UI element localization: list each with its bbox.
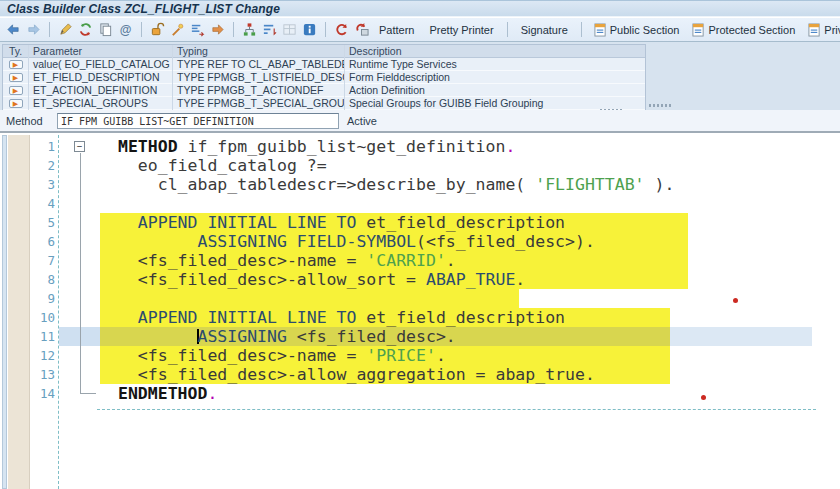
param-row[interactable]: ▶ET_ACTION_DEFINITIONTYPE FPMGB_T_ACTION… — [3, 84, 645, 97]
code-line[interactable]: <fs_filed_desc>-name = 'PRICE'. — [100, 346, 840, 365]
public-section-button[interactable]: Public Section — [589, 21, 685, 39]
toolbar-separator — [49, 22, 50, 37]
method-end-divider — [97, 409, 816, 410]
column-header-description: Description — [345, 45, 645, 58]
private-section-label: Private Section — [824, 24, 840, 36]
line-number: 9 — [24, 289, 55, 308]
back-icon[interactable] — [5, 21, 22, 38]
title-bar: Class Builder Class ZCL_FLIGHT_LIST Chan… — [0, 0, 840, 17]
protected-section-button[interactable]: Protected Section — [687, 21, 800, 39]
code-line[interactable] — [100, 289, 840, 308]
fold-scope-line — [80, 153, 81, 393]
forward-icon[interactable] — [25, 21, 42, 38]
code-line[interactable]: <fs_filed_desc>-name = 'CARRID'. — [100, 251, 840, 270]
param-row[interactable]: ▶ET_FIELD_DESCRIPTIONTYPE FPMGB_T_LISTFI… — [3, 71, 645, 84]
code-line[interactable]: ASSIGNING FIELD-SYMBOL(<fs_filed_desc>). — [100, 232, 840, 251]
param-typing: TYPE FPMGB_T_LISTFIELD_DESCR — [173, 71, 345, 84]
line-numbers: 1234567891011121314 — [24, 137, 55, 403]
param-typing: TYPE FPMGB_T_ACTIONDEF — [173, 84, 345, 97]
red-marker-dot — [733, 298, 738, 303]
fold-collapse-icon[interactable]: − — [74, 141, 85, 152]
method-label: Method — [6, 115, 43, 127]
column-header-parameter: Parameter — [29, 45, 173, 58]
line-number: 5 — [24, 213, 55, 232]
line-number: 2 — [24, 156, 55, 175]
param-name: ET_FIELD_DESCRIPTION — [29, 71, 173, 84]
navigate-icon[interactable] — [209, 21, 226, 38]
private-section-button[interactable]: Private Section — [803, 21, 840, 39]
line-number: 3 — [24, 175, 55, 194]
section-doc-icon — [808, 23, 821, 37]
exporting-param-icon: ▶ — [9, 99, 23, 108]
code-line[interactable]: ASSIGNING <fs_filed_desc>. — [100, 327, 840, 346]
red-marker-dot — [701, 395, 706, 400]
copy-icon[interactable] — [97, 21, 114, 38]
code-line[interactable]: eo_field_catalog ?= — [100, 156, 840, 175]
method-name-input[interactable] — [57, 113, 339, 129]
param-row[interactable]: ▶ET_SPECIAL_GROUPSTYPE FPMGB_T_SPECIAL_G… — [3, 97, 645, 110]
where-used-icon[interactable] — [333, 21, 350, 38]
exporting-param-icon: ▶ — [9, 73, 23, 82]
application-toolbar: @ Pattern — [0, 18, 840, 42]
line-number: 11 — [24, 327, 55, 346]
section-doc-icon — [594, 23, 607, 37]
code-editor[interactable]: 1234567891011121314 − METHOD if_fpm_guib… — [0, 135, 840, 489]
toolbar-separator — [581, 22, 582, 37]
display-change-icon[interactable] — [57, 21, 74, 38]
pattern-wand-icon[interactable] — [169, 21, 186, 38]
code-line[interactable]: <fs_filed_desc>-allow_sort = ABAP_TRUE. — [100, 270, 840, 289]
editor-left-scroll-strip[interactable] — [2, 135, 7, 489]
pattern-button[interactable]: Pattern — [373, 22, 420, 38]
line-number: 13 — [24, 365, 55, 384]
method-bar: Method Active — [0, 110, 840, 133]
param-row[interactable]: ▶value( EO_FIELD_CATALOG )TYPE REF TO CL… — [3, 58, 645, 71]
activate-icon[interactable]: @ — [117, 21, 134, 38]
layout-icon[interactable] — [281, 21, 298, 38]
toolbar-separator — [233, 22, 234, 37]
code-line[interactable]: APPEND INITIAL LINE TO et_field_descript… — [100, 213, 840, 232]
toolbar-separator — [141, 22, 142, 37]
unlock-icon[interactable] — [149, 21, 166, 38]
test-icon[interactable] — [353, 21, 370, 38]
code-line[interactable]: ENDMETHOD. — [100, 384, 840, 403]
refresh-icon[interactable] — [77, 21, 94, 38]
param-name: ET_ACTION_DEFINITION — [29, 84, 173, 97]
line-number: 6 — [24, 232, 55, 251]
gutter-divider — [58, 135, 59, 489]
line-number: 4 — [24, 194, 55, 213]
syntax-check-icon[interactable] — [189, 21, 206, 38]
parameters-table: Ty. Parameter Typing Description ▶value(… — [2, 44, 646, 111]
column-header-ty: Ty. — [3, 45, 29, 58]
protected-section-label: Protected Section — [708, 24, 795, 36]
line-number: 7 — [24, 251, 55, 270]
params-table-body: ▶value( EO_FIELD_CATALOG )TYPE REF TO CL… — [3, 58, 645, 110]
fold-scope-end — [80, 393, 96, 394]
public-section-label: Public Section — [610, 24, 680, 36]
param-description: Form Fielddescription — [345, 71, 645, 84]
param-typing: TYPE FPMGB_T_SPECIAL_GROUPS — [173, 97, 345, 110]
column-header-typing: Typing — [173, 45, 345, 58]
class-builder-window: Class Builder Class ZCL_FLIGHT_LIST Chan… — [0, 0, 840, 489]
code-lines: METHOD if_fpm_guibb_list~get_definition.… — [100, 137, 840, 403]
exporting-param-icon: ▶ — [9, 60, 23, 69]
param-name: value( EO_FIELD_CATALOG ) — [29, 58, 173, 71]
param-description: Runtime Type Services — [345, 58, 645, 71]
line-number: 14 — [24, 384, 55, 403]
code-line[interactable]: cl_abap_tabledescr=>describe_by_name( 'F… — [100, 175, 840, 194]
param-name: ET_SPECIAL_GROUPS — [29, 97, 173, 110]
info-icon[interactable] — [301, 21, 318, 38]
splitter-grip[interactable] — [649, 104, 671, 107]
toolbar-separator — [507, 22, 508, 37]
code-line[interactable]: METHOD if_fpm_guibb_list~get_definition. — [100, 137, 840, 156]
pretty-printer-button[interactable]: Pretty Printer — [423, 22, 499, 38]
section-doc-icon — [692, 23, 705, 37]
hierarchy-icon[interactable] — [241, 21, 258, 38]
code-line[interactable] — [100, 194, 840, 213]
sort-icon[interactable] — [261, 21, 278, 38]
signature-button[interactable]: Signature — [515, 22, 574, 38]
code-line[interactable]: <fs_filed_desc>-allow_aggregation = abap… — [100, 365, 840, 384]
code-line[interactable]: APPEND INITIAL LINE TO et_field_descript… — [100, 308, 840, 327]
param-description: Action Definition — [345, 84, 645, 97]
status-active-label: Active — [347, 115, 377, 127]
exporting-param-icon: ▶ — [9, 86, 23, 95]
